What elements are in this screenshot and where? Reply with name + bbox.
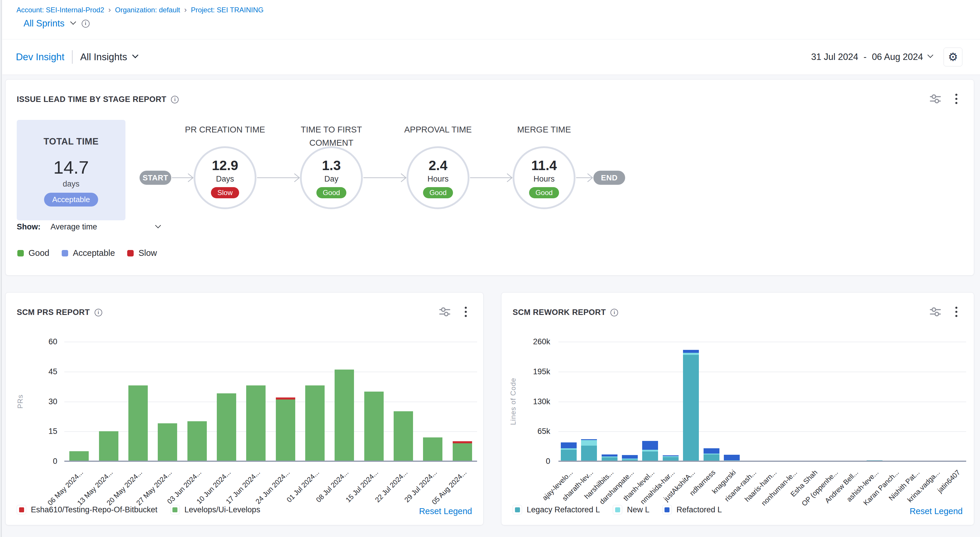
bar[interactable]: [642, 441, 658, 461]
bar-segment[interactable]: [642, 451, 658, 461]
bar[interactable]: [683, 350, 699, 461]
legend-item[interactable]: New L: [613, 505, 649, 515]
bar-segment[interactable]: [423, 437, 442, 461]
bar[interactable]: [246, 385, 266, 461]
breadcrumb-item[interactable]: Account: SEI-Internal-Prod2: [16, 6, 104, 14]
bar-segment[interactable]: [683, 355, 699, 461]
reset-legend-link[interactable]: Reset Legend: [910, 507, 963, 516]
show-selector[interactable]: Show: Average time: [17, 222, 160, 232]
bar-segment[interactable]: [703, 448, 719, 453]
breadcrumb-item[interactable]: Organization: default: [115, 6, 180, 14]
reset-legend-link[interactable]: Reset Legend: [419, 507, 472, 516]
stage-node[interactable]: 2.4HoursGood: [407, 146, 469, 209]
date-range-end[interactable]: 06 Aug 2024: [872, 52, 923, 62]
dev-insight-link[interactable]: Dev Insight: [16, 51, 64, 63]
bar[interactable]: [622, 455, 638, 461]
bar[interactable]: [601, 454, 617, 461]
settings-button[interactable]: [943, 48, 963, 67]
bar-slot: [64, 342, 94, 461]
bar-slot: [681, 342, 701, 461]
bar-segment[interactable]: [99, 431, 118, 461]
bar-segment[interactable]: [394, 411, 413, 461]
bar-segment[interactable]: [561, 450, 577, 461]
bar[interactable]: [158, 423, 177, 461]
more-menu-icon[interactable]: [955, 307, 958, 309]
legend-swatch[interactable]: [17, 505, 26, 515]
sprint-selector[interactable]: All Sprints: [24, 18, 90, 29]
info-icon[interactable]: [82, 20, 90, 28]
bar-segment[interactable]: [69, 451, 89, 461]
legend-item[interactable]: Legacy Refactored L: [512, 505, 600, 515]
y-axis-title: PRs: [16, 342, 24, 461]
chevron-down-icon[interactable]: [155, 222, 161, 228]
bar[interactable]: [276, 397, 295, 461]
bar[interactable]: [188, 421, 207, 461]
bar-segment[interactable]: [217, 393, 236, 461]
insight-dropdown-value[interactable]: All Insights: [80, 51, 127, 63]
date-range-picker[interactable]: 31 Jul 2024 - 06 Aug 2024: [811, 52, 932, 62]
bar[interactable]: [69, 451, 89, 461]
bar-segment[interactable]: [453, 443, 472, 461]
bar[interactable]: [99, 431, 118, 461]
legend-swatch[interactable]: [512, 505, 522, 515]
filter-settings-icon[interactable]: [929, 307, 941, 317]
legend-item[interactable]: Levelops/Ui-Levelops: [170, 505, 260, 515]
show-value[interactable]: Average time: [51, 222, 97, 232]
legend-swatch[interactable]: [662, 505, 672, 515]
chevron-down-icon[interactable]: [132, 52, 138, 58]
chevron-down-icon[interactable]: [70, 19, 76, 25]
bar-segment[interactable]: [622, 455, 638, 459]
bar[interactable]: [423, 437, 442, 461]
legend-swatch[interactable]: [170, 505, 180, 515]
legend-item[interactable]: Refactored L: [662, 505, 722, 515]
bar[interactable]: [305, 385, 325, 461]
bar-segment[interactable]: [276, 400, 295, 461]
filter-settings-icon[interactable]: [439, 307, 451, 317]
bar-segment[interactable]: [453, 441, 472, 443]
info-icon[interactable]: [611, 309, 618, 316]
bar-segment[interactable]: [246, 385, 266, 461]
bar-segment[interactable]: [581, 446, 597, 461]
breadcrumb-item[interactable]: Project: SEI TRAINING: [191, 6, 264, 14]
bar-segment[interactable]: [724, 455, 740, 460]
filter-settings-icon[interactable]: [929, 94, 941, 104]
bar[interactable]: [335, 370, 354, 461]
info-icon[interactable]: [95, 309, 102, 316]
date-range-start[interactable]: 31 Jul 2024: [811, 52, 858, 62]
bar[interactable]: [453, 441, 472, 461]
bar-segment[interactable]: [158, 423, 177, 461]
bar-segment[interactable]: [276, 397, 295, 400]
more-menu-icon[interactable]: [465, 307, 467, 309]
bar[interactable]: [724, 455, 740, 461]
legend-swatch[interactable]: [613, 505, 622, 515]
bar[interactable]: [217, 393, 236, 461]
legend-item[interactable]: Esha610/Testing-Repo-Of-Bitbucket: [17, 505, 158, 515]
bar-segment[interactable]: [642, 441, 658, 450]
bar[interactable]: [663, 455, 679, 461]
bar[interactable]: [128, 385, 148, 461]
bar-segment[interactable]: [601, 454, 617, 457]
chevron-down-icon[interactable]: [928, 52, 933, 58]
bar-segment[interactable]: [305, 385, 325, 461]
bar-segment[interactable]: [335, 370, 354, 461]
bar-segment[interactable]: [188, 421, 207, 461]
bar[interactable]: [364, 392, 383, 461]
stage-node[interactable]: 12.9DaysSlow: [194, 146, 256, 209]
stage-node[interactable]: 1.3DayGood: [300, 146, 363, 209]
bar[interactable]: [581, 439, 597, 461]
bar-segment[interactable]: [128, 385, 148, 461]
bar-segment[interactable]: [703, 454, 719, 461]
bar[interactable]: [561, 442, 577, 461]
bar[interactable]: [703, 448, 719, 461]
bar[interactable]: [394, 411, 413, 461]
insight-dropdown[interactable]: All Insights: [80, 51, 137, 63]
sprint-selector-label[interactable]: All Sprints: [24, 18, 65, 29]
bar-segment[interactable]: [683, 353, 699, 355]
bar-segment[interactable]: [683, 350, 699, 353]
bar-series: [64, 342, 477, 461]
more-menu-icon[interactable]: [955, 94, 958, 96]
stage-node[interactable]: 11.4HoursGood: [512, 146, 576, 209]
bar-segment[interactable]: [561, 442, 577, 448]
bar-segment[interactable]: [364, 392, 383, 461]
bar-segment[interactable]: [581, 440, 597, 446]
